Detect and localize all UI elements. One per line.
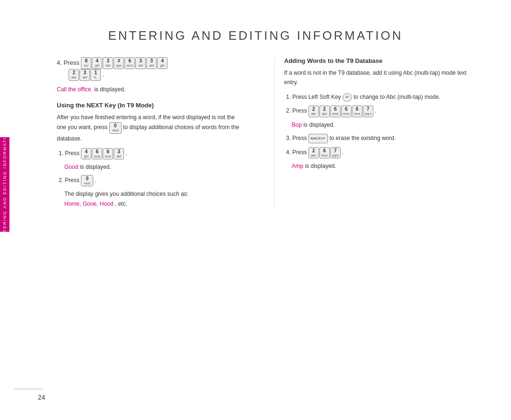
r-step2-text: 2. Press bbox=[286, 108, 307, 114]
key-4ghi-s1: 4ghi bbox=[81, 148, 91, 159]
key-0next-step2: 0next bbox=[81, 175, 93, 186]
press-label: 4. Press bbox=[57, 59, 79, 66]
key-3def: 3def bbox=[103, 57, 113, 69]
r-step2-line: 2. Press 2abc 2abc 6mno 6mno 6mno 7pqrs … bbox=[284, 105, 474, 117]
step2-label: 2. Press bbox=[59, 177, 79, 184]
gone-text: Gone bbox=[83, 201, 97, 207]
r-step4-keys: 2abc 6mno 7pqrs bbox=[308, 147, 341, 158]
press-intro-line: 4. Press 8tuv 4ghi 3def #sym 6mno 3def 3… bbox=[57, 57, 246, 81]
bop-suffix: is displayed. bbox=[303, 122, 335, 128]
key-6mno-s1: 6mno bbox=[92, 148, 102, 159]
key-6mno-r2b: 6mno bbox=[341, 105, 352, 117]
section1-body: After you have finished entering a word,… bbox=[57, 113, 246, 143]
key-group-1: 8tuv 4ghi 3def #sym 6mno 3def 3def 4ghi bbox=[81, 57, 167, 69]
step2-suffix: . bbox=[95, 177, 97, 184]
content-area: 4. Press 8tuv 4ghi 3def #sym 6mno 3def 3… bbox=[57, 57, 473, 209]
key-6mno-s1b: 6mno bbox=[103, 148, 113, 159]
key-1: 10,. bbox=[90, 69, 101, 80]
r-step4-text: 4. Press bbox=[286, 149, 307, 156]
key-6mno-r2c: 6mno bbox=[352, 105, 362, 117]
key-7pqrs-r4: 7pqrs bbox=[330, 147, 341, 158]
page-number: 24 bbox=[38, 394, 45, 401]
choices-intro: The display gives you additional choices… bbox=[64, 191, 188, 197]
call-office-line: Call the office. is displayed. bbox=[57, 85, 246, 94]
choices-suffix: , etc. bbox=[115, 201, 127, 207]
amp-line: Amp is displayed. bbox=[284, 161, 474, 171]
r-step3-text: 3. Press bbox=[286, 135, 307, 141]
choices-text: The display gives you additional choices… bbox=[57, 189, 246, 209]
step1-label: 1. Press bbox=[59, 150, 79, 157]
key-3def-row2: 3def bbox=[79, 69, 90, 80]
r-step1-text: 1. Press Left Soft Key bbox=[286, 94, 341, 100]
call-office-suffix: is displayed. bbox=[94, 86, 125, 93]
r-step3-line: 3. Press BACK/↩ to erase the existing wo… bbox=[284, 133, 474, 143]
key-hash: #sym bbox=[114, 57, 124, 69]
key-3def-s1: 3def bbox=[114, 148, 124, 159]
soft-key-icon: ↩ bbox=[343, 93, 352, 102]
key-3def-2: 3def bbox=[135, 57, 146, 69]
key-2abc-r2b: 2abc bbox=[319, 105, 330, 117]
hood-text: Hood bbox=[100, 201, 114, 207]
page-title: ENTERING AND EDITING INFORMATION bbox=[0, 0, 511, 57]
r-step2-keys: 2abc 2abc 6mno 6mno 6mno 7pqrs bbox=[308, 105, 373, 117]
key-3def-3: 3def bbox=[146, 57, 157, 69]
amp-text: Amp bbox=[292, 163, 304, 169]
home-text: Home bbox=[64, 201, 79, 207]
left-column: 4. Press 8tuv 4ghi 3def #sym 6mno 3def 3… bbox=[57, 57, 256, 209]
r-step4-line: 4. Press 2abc 6mno 7pqrs . bbox=[284, 147, 474, 158]
step2-line: 2. Press 0next . bbox=[57, 175, 246, 186]
key-7pqrs-r2: 7pqrs bbox=[363, 105, 373, 117]
r-step1-suffix: to change to Abc (multi-tap) mode. bbox=[353, 94, 440, 100]
key-6mno-r2: 6mno bbox=[330, 105, 341, 117]
backspace-key: BACK/↩ bbox=[308, 134, 328, 143]
good-suffix: is displayed. bbox=[80, 164, 111, 170]
page-divider bbox=[14, 389, 43, 389]
section2-body: If a word is not in the T9 database, add… bbox=[284, 68, 474, 88]
section2-heading: Adding Words to the T9 Database bbox=[284, 57, 474, 64]
section1-heading: Using the NEXT Key (In T9 Mode) bbox=[57, 102, 246, 109]
step1-line: 1. Press 4ghi 6mno 6mno 3def . bbox=[57, 148, 246, 159]
bop-text: Bop bbox=[292, 122, 302, 128]
step1-keys: 4ghi 6mno 6mno 3def bbox=[81, 148, 124, 159]
good-text: Good bbox=[64, 164, 78, 170]
step1-suffix: . bbox=[126, 150, 127, 157]
key-2abc-r4: 2abc bbox=[308, 147, 319, 158]
press-period: . bbox=[103, 71, 105, 78]
good-line: Good is displayed. bbox=[57, 162, 246, 172]
key-8tuv: 8tuv bbox=[81, 57, 91, 69]
r-step3-suffix: to erase the existing word. bbox=[329, 135, 396, 141]
amp-suffix: is displayed. bbox=[305, 163, 336, 169]
r-step1-line: 1. Press Left Soft Key ↩ to change to Ab… bbox=[284, 92, 474, 102]
key-6mno-r4: 6mno bbox=[319, 147, 330, 158]
key-4ghi-2: 4ghi bbox=[157, 57, 167, 69]
call-office-text: Call the office. bbox=[57, 86, 93, 93]
side-tab-label: ENTERING AND EDITING INFORMATION bbox=[2, 129, 7, 240]
key-2abc-r2: 2abc bbox=[308, 105, 319, 117]
key-6mno-1: 6mno bbox=[124, 57, 135, 69]
key-4ghi: 4ghi bbox=[92, 57, 102, 69]
bop-line: Bop is displayed. bbox=[284, 120, 474, 130]
key-0next-inline: 0next bbox=[109, 122, 122, 133]
key-group-2: 2abc 3def 10,. bbox=[69, 69, 101, 80]
side-tab: ENTERING AND EDITING INFORMATION bbox=[0, 137, 9, 232]
r-step4-suffix: . bbox=[342, 149, 344, 156]
r-step2-suffix: . bbox=[375, 108, 376, 114]
key-2abc-row2: 2abc bbox=[69, 69, 79, 80]
right-column: Adding Words to the T9 Database If a wor… bbox=[274, 57, 474, 209]
